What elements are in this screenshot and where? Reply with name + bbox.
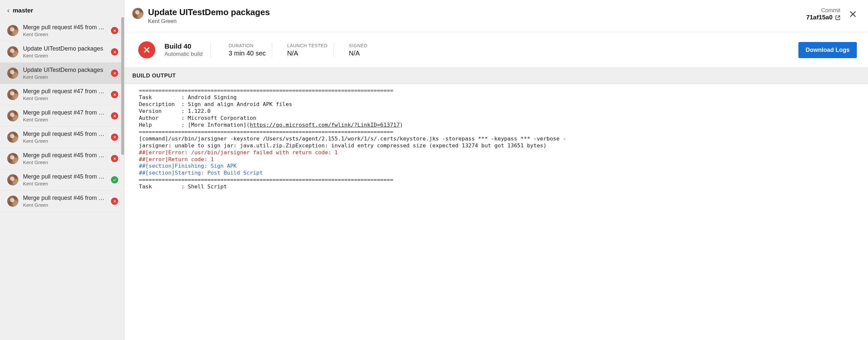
commit-title: Merge pull request #45 from Kin… bbox=[23, 173, 106, 180]
duration-label: DURATION bbox=[228, 43, 266, 48]
commit-title: Merge pull request #47 from Kin… bbox=[23, 109, 106, 116]
commit-author: Kent Green bbox=[23, 181, 106, 186]
avatar bbox=[7, 153, 19, 164]
status-fail-icon bbox=[111, 112, 118, 120]
commit-author: Kent Green bbox=[23, 117, 106, 122]
avatar bbox=[132, 8, 144, 19]
status-fail-icon bbox=[111, 197, 118, 205]
launch-tested-value: N/A bbox=[287, 50, 328, 57]
build-log[interactable]: ========================================… bbox=[124, 84, 868, 340]
commit-author: Kent Green bbox=[23, 159, 106, 165]
commit-item[interactable]: Merge pull request #45 from Kin…Kent Gre… bbox=[0, 127, 124, 148]
commit-hash[interactable]: 71af15a0 bbox=[806, 14, 840, 21]
commit-title: Merge pull request #45 from Kin… bbox=[23, 131, 106, 137]
commit-author: Kent Green bbox=[23, 31, 106, 37]
status-fail-icon bbox=[111, 133, 118, 141]
commit-title: Update UITestDemo packages bbox=[23, 67, 106, 73]
status-fail-icon bbox=[111, 91, 118, 98]
status-fail-icon bbox=[111, 69, 118, 77]
commit-title: Merge pull request #45 from Kin… bbox=[23, 152, 106, 159]
branch-name: master bbox=[13, 7, 33, 14]
external-link-icon bbox=[835, 15, 840, 20]
commit-title: Merge pull request #45 from Kin… bbox=[23, 24, 106, 31]
sidebar: ‹ master Merge pull request #45 from Kin… bbox=[0, 0, 124, 340]
download-logs-button[interactable]: Download Logs bbox=[798, 42, 857, 58]
avatar bbox=[7, 68, 19, 79]
help-link[interactable]: https://go.microsoft.com/fwlink/?LinkID=… bbox=[250, 122, 400, 128]
status-fail-icon bbox=[111, 48, 118, 56]
avatar bbox=[7, 89, 19, 100]
build-output-header: BUILD OUTPUT bbox=[124, 68, 868, 84]
summary-bar: Build 40 Automatic build DURATION 3 min … bbox=[124, 32, 868, 68]
scrollbar-thumb[interactable] bbox=[121, 17, 124, 155]
avatar bbox=[7, 174, 19, 185]
status-fail-icon bbox=[111, 27, 118, 34]
commit-item[interactable]: Update UITestDemo packagesKent Green bbox=[0, 63, 124, 84]
commit-author: Kent Green bbox=[23, 74, 106, 80]
avatar bbox=[7, 132, 19, 143]
detail-author: Kent Green bbox=[148, 18, 806, 25]
build-status-icon bbox=[138, 41, 155, 58]
build-mode: Automatic build bbox=[164, 51, 203, 57]
commit-author: Kent Green bbox=[23, 202, 106, 208]
commit-item[interactable]: Merge pull request #46 from Kin…Kent Gre… bbox=[0, 191, 124, 212]
avatar bbox=[7, 110, 19, 121]
commit-title: Merge pull request #47 from Kin… bbox=[23, 88, 106, 95]
detail-header: Update UITestDemo packages Kent Green Co… bbox=[124, 0, 868, 32]
commit-item[interactable]: Merge pull request #45 from Kin…Kent Gre… bbox=[0, 169, 124, 191]
avatar bbox=[7, 25, 19, 36]
sidebar-header[interactable]: ‹ master bbox=[0, 0, 124, 20]
commit-title: Merge pull request #46 from Kin… bbox=[23, 195, 106, 202]
commit-box[interactable]: Commit 71af15a0 bbox=[806, 7, 840, 21]
detail-title: Update UITestDemo packages bbox=[148, 7, 806, 18]
commit-item[interactable]: Merge pull request #45 from Kin…Kent Gre… bbox=[0, 148, 124, 169]
avatar bbox=[7, 195, 19, 207]
status-success-icon bbox=[111, 176, 118, 183]
chevron-left-icon: ‹ bbox=[7, 6, 9, 14]
commit-title: Update UITestDemo packages bbox=[23, 45, 106, 52]
commit-author: Kent Green bbox=[23, 53, 106, 58]
commit-item[interactable]: Merge pull request #45 from Kin…Kent Gre… bbox=[0, 20, 124, 41]
launch-tested-label: LAUNCH TESTED bbox=[287, 43, 328, 48]
commit-list[interactable]: Merge pull request #45 from Kin…Kent Gre… bbox=[0, 20, 124, 340]
close-button[interactable] bbox=[849, 7, 857, 20]
signed-label: SIGNED bbox=[349, 43, 368, 48]
commit-item[interactable]: Merge pull request #47 from Kin…Kent Gre… bbox=[0, 84, 124, 105]
commit-item[interactable]: Merge pull request #47 from Kin…Kent Gre… bbox=[0, 105, 124, 127]
avatar bbox=[7, 46, 19, 57]
commit-author: Kent Green bbox=[23, 138, 106, 144]
commit-author: Kent Green bbox=[23, 95, 106, 101]
signed-value: N/A bbox=[349, 50, 368, 57]
build-name: Build 40 bbox=[164, 42, 203, 50]
commit-label: Commit bbox=[806, 7, 840, 14]
commit-item[interactable]: Update UITestDemo packagesKent Green bbox=[0, 41, 124, 63]
main-panel: Update UITestDemo packages Kent Green Co… bbox=[124, 0, 868, 340]
duration-value: 3 min 40 sec bbox=[228, 50, 266, 57]
status-fail-icon bbox=[111, 155, 118, 162]
